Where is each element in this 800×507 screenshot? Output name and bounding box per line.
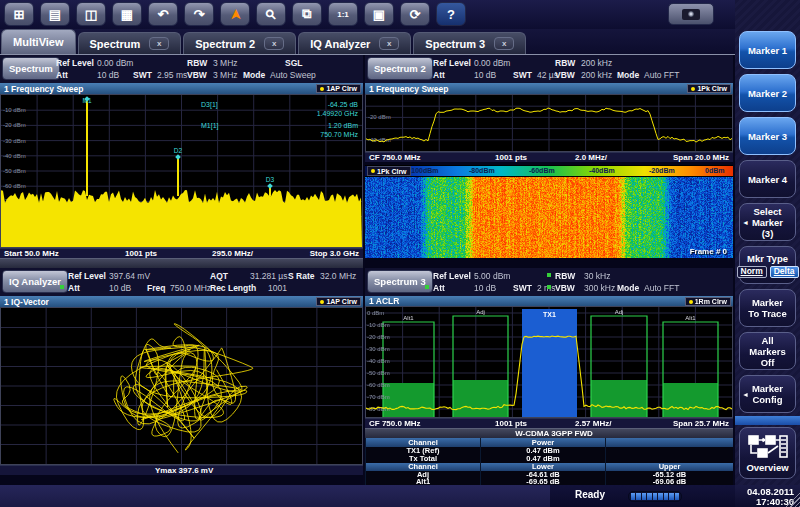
- progress-segment: [642, 493, 646, 500]
- iq-vector-svg: [1, 308, 362, 464]
- tab-close-icon[interactable]: x: [494, 37, 514, 50]
- spectrogram: Frame # 0: [365, 177, 733, 258]
- zoom-area-icon[interactable]: ⚲: [256, 2, 286, 26]
- toggle-delta[interactable]: Delta: [770, 266, 799, 278]
- ref-level-value: 0.00 dBm: [474, 58, 510, 68]
- svg-text:D2: D2: [174, 147, 183, 154]
- swt-label: SWT: [513, 283, 532, 293]
- spectrum-axisbar: Start 50.0 MHz 1001 pts 295.0 MHz/ Stop …: [0, 248, 363, 258]
- statusbar-message-area: [0, 485, 550, 507]
- softkey-marker-4[interactable]: Marker 4: [739, 160, 796, 198]
- redo-icon[interactable]: ↷: [184, 2, 214, 26]
- sgl-flag: SGL: [285, 58, 302, 68]
- svg-text:-60 dBm: -60 dBm: [3, 183, 26, 189]
- iq-vector-plot: [0, 307, 363, 465]
- softkey-select-marker[interactable]: SelectMarker(3)◄: [739, 203, 796, 241]
- softkey-label: Mkr Type: [747, 253, 788, 264]
- save-icon[interactable]: ◫: [76, 2, 106, 26]
- tab-close-icon[interactable]: x: [379, 37, 399, 50]
- svg-text:-30 dBm: -30 dBm: [3, 138, 26, 144]
- select-pointer-icon[interactable]: ➤: [220, 2, 250, 26]
- iq-channel-bar: IQ Analyzer Ref Level 397.64 mV AQT 31.2…: [0, 268, 363, 296]
- overview-button[interactable]: Overview: [739, 427, 796, 479]
- softkey-marker-to-trace[interactable]: MarkerTo Trace: [739, 289, 796, 327]
- display-icon[interactable]: ▣: [364, 2, 394, 26]
- select-pointer-icon: ➤: [228, 9, 243, 20]
- progress-segment: [658, 493, 662, 500]
- tab-label: Spectrum 3: [425, 38, 485, 50]
- iq-vector-titlebar[interactable]: 1 IQ-Vector 1AP Clrw: [0, 296, 363, 307]
- channel-active-led: [60, 285, 64, 289]
- att-value: 10 dB: [97, 70, 119, 80]
- channel-button-spectrum2[interactable]: Spectrum 2: [367, 57, 433, 80]
- undo-icon[interactable]: ↶: [148, 2, 178, 26]
- svg-text:-20 dBm: -20 dBm: [367, 334, 390, 340]
- trace-mode-badge: 1AP Clrw: [316, 297, 361, 306]
- trace-dot-icon: [320, 87, 324, 91]
- scale-label: -80dBm: [469, 167, 495, 174]
- open-icon[interactable]: ▤: [40, 2, 70, 26]
- softkey-all-markers-off[interactable]: AllMarkersOff: [739, 332, 796, 370]
- scale-label: -60dBm: [529, 167, 555, 174]
- channel-tabbar: MultiViewSpectrumxSpectrum 2xIQ Analyzer…: [0, 29, 735, 55]
- scale-label: -20dBm: [649, 167, 675, 174]
- tab-multiview[interactable]: MultiView: [1, 29, 76, 54]
- svg-text:-50 dBm: -50 dBm: [3, 168, 26, 174]
- result-summary-bar[interactable]: 2 Result Summary W-CDMA 3GPP FWD: [365, 428, 733, 438]
- tab-spectrum-2[interactable]: Spectrum 2x: [183, 32, 296, 54]
- att-value: 10 dB: [474, 283, 496, 293]
- table-cell: -69.65 dB: [480, 478, 605, 485]
- toggle-norm[interactable]: Norm: [737, 266, 767, 278]
- progress-segment: [669, 493, 673, 500]
- sync-icon[interactable]: ⟳: [400, 2, 430, 26]
- softkey-mkr-type[interactable]: Mkr TypeNormDelta: [739, 246, 796, 284]
- softkey-marker-2[interactable]: Marker 2: [739, 74, 796, 112]
- open-icon: ▤: [49, 7, 61, 22]
- spectrogram-canvas: [365, 177, 733, 258]
- zoom-windows-icon[interactable]: ⧉: [292, 2, 322, 26]
- screenshot-camera-button[interactable]: [668, 3, 714, 25]
- tab-label: Spectrum: [90, 38, 141, 50]
- progress-indicator: [628, 491, 682, 502]
- mkr-type-toggle: NormDelta: [737, 266, 799, 278]
- toolbar: ⊞▤◫▦↶↷➤⚲⧉1:1▣⟳?: [0, 0, 735, 29]
- print-icon[interactable]: ▦: [112, 2, 142, 26]
- svg-text:-70 dBm: -70 dBm: [367, 394, 390, 400]
- rbw-coupled-indicator: [547, 273, 551, 277]
- rec-length-value: 1001: [268, 283, 287, 293]
- svg-text:Alt1: Alt1: [403, 315, 414, 321]
- windows-logo-icon[interactable]: ⊞: [4, 2, 34, 26]
- zoom-one-to-one-icon[interactable]: 1:1: [328, 2, 358, 26]
- channel-button-spectrum[interactable]: Spectrum: [2, 57, 60, 80]
- svg-text:1.20 dBm: 1.20 dBm: [328, 122, 358, 129]
- svg-text:TX1: TX1: [543, 311, 556, 318]
- progress-segment: [675, 493, 679, 500]
- help-icon[interactable]: ?: [436, 2, 466, 26]
- windows-logo-icon: ⊞: [14, 7, 25, 22]
- sidebar-divider: [735, 416, 800, 425]
- frequency-sweep2-titlebar[interactable]: 1 Frequency Sweep 1Pk Clrw: [365, 83, 733, 94]
- aclr-axisbar: CF 750.0 MHz 1001 pts 2.57 MHz/ Span 25.…: [365, 418, 733, 428]
- frequency-sweep-titlebar[interactable]: 1 Frequency Sweep 1AP Clrw: [0, 83, 363, 94]
- tab-spectrum-3[interactable]: Spectrum 3x: [413, 32, 526, 54]
- tab-iq-analyzer[interactable]: IQ Analyzerx: [298, 32, 411, 54]
- channel-button-iq-analyzer[interactable]: IQ Analyzer: [2, 270, 68, 293]
- iq-axisbar: Ymax 397.6 mV: [0, 465, 363, 475]
- aclr-titlebar[interactable]: 1 ACLR 1Rm Clrw: [365, 296, 733, 306]
- mode-value: Auto FFT: [644, 70, 679, 80]
- swt-value: 2.95 ms: [157, 70, 187, 80]
- table-row: Alt1-69.65 dB-69.06 dB: [365, 478, 733, 485]
- softkey-marker-config[interactable]: MarkerConfig◄: [739, 375, 796, 413]
- tab-label: Spectrum 2: [195, 38, 255, 50]
- rbw-value: 200 kHz: [581, 58, 612, 68]
- aclr-trace-svg: Alt1AdjTX1AdjAlt10 dBm-10 dBm-20 dBm-30 …: [366, 307, 732, 417]
- marker-table-bar[interactable]: 2 Marker Table: [0, 258, 363, 268]
- tab-close-icon[interactable]: x: [149, 37, 169, 50]
- svg-text:-60 dBm: -60 dBm: [367, 382, 390, 388]
- tab-label: MultiView: [13, 36, 64, 48]
- softkey-marker-1[interactable]: Marker 1: [739, 31, 796, 69]
- softkey-marker-3[interactable]: Marker 3: [739, 117, 796, 155]
- tab-spectrum[interactable]: Spectrumx: [78, 32, 182, 54]
- channel-button-spectrum3[interactable]: Spectrum 3: [367, 270, 433, 293]
- tab-close-icon[interactable]: x: [264, 37, 284, 50]
